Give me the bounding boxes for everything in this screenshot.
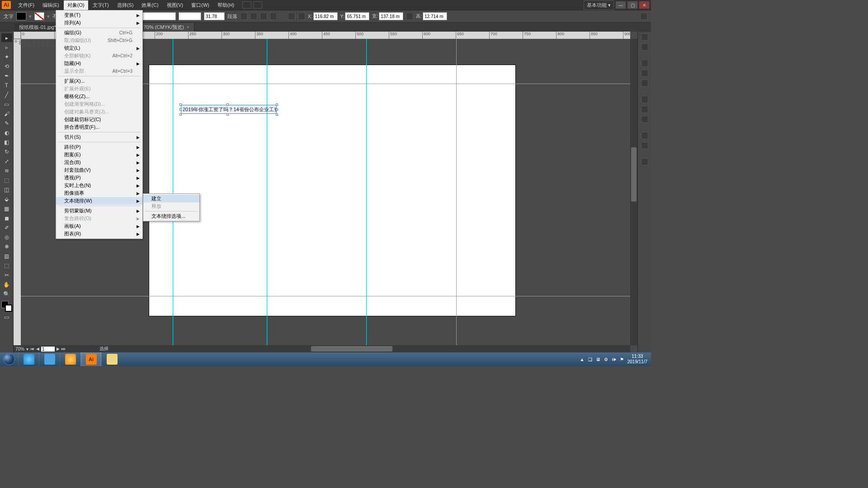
selection-handle[interactable] bbox=[276, 113, 278, 116]
guide-line[interactable] bbox=[366, 39, 367, 352]
eraser-tool[interactable]: ◧ bbox=[1, 138, 12, 146]
tray-icon[interactable]: 🕪 bbox=[612, 357, 616, 362]
zoom-tool[interactable]: 🔍 bbox=[1, 290, 12, 298]
menu-效果[interactable]: 效果(C) bbox=[138, 0, 162, 10]
menu-窗口[interactable]: 窗口(W) bbox=[188, 0, 213, 10]
prev-artboard-icon[interactable]: ◀ bbox=[36, 346, 39, 352]
menu-视图[interactable]: 视图(V) bbox=[163, 0, 187, 10]
tray-icon[interactable]: 🖥 bbox=[596, 357, 600, 362]
pencil-tool[interactable]: ✎ bbox=[1, 119, 12, 127]
layers-panel-icon[interactable] bbox=[641, 158, 648, 165]
rectangle-tool[interactable]: ▭ bbox=[1, 100, 12, 108]
scale-tool[interactable]: ⤢ bbox=[1, 157, 12, 165]
menu-item[interactable]: 锁定(L)▶ bbox=[56, 44, 142, 52]
align-right-icon[interactable] bbox=[260, 13, 267, 20]
guide-line[interactable] bbox=[456, 39, 457, 352]
vertical-ruler[interactable]: 050100150200250300350400450500 bbox=[14, 39, 21, 345]
vertical-scrollbar[interactable] bbox=[630, 39, 637, 345]
menu-item[interactable]: 封套扭曲(V)▶ bbox=[56, 166, 142, 174]
y-input[interactable] bbox=[345, 12, 369, 20]
pen-tool[interactable]: ✒ bbox=[1, 71, 12, 80]
screen-mode-icon[interactable]: ▭ bbox=[1, 313, 12, 321]
menu-文字[interactable]: 文字(T) bbox=[89, 0, 113, 10]
taskbar-app[interactable] bbox=[60, 352, 80, 366]
panel-toggle-icon[interactable] bbox=[640, 13, 647, 20]
menu-item[interactable]: 编组(G)Ctrl+G bbox=[56, 29, 142, 37]
taskbar-explorer[interactable] bbox=[101, 352, 122, 366]
submenu-item[interactable]: 文本绕排选项... bbox=[143, 212, 199, 220]
align-center-icon[interactable] bbox=[250, 13, 257, 20]
rotate-tool[interactable]: ↻ bbox=[1, 147, 12, 156]
menu-item[interactable]: 创建裁切标记(C) bbox=[56, 116, 142, 123]
mesh-tool[interactable]: ▦ bbox=[1, 204, 12, 213]
align-left-icon[interactable] bbox=[240, 13, 247, 20]
free-transform-tool[interactable]: ⬚ bbox=[1, 176, 12, 184]
stroke-swatch[interactable] bbox=[34, 12, 44, 20]
menu-文件[interactable]: 文件(F) bbox=[14, 0, 38, 10]
x-input[interactable] bbox=[313, 12, 338, 20]
fill-stroke-control[interactable] bbox=[1, 301, 12, 312]
menu-选择[interactable]: 选择(S) bbox=[113, 0, 137, 10]
menu-item[interactable]: 文本绕排(W)▶ bbox=[56, 197, 142, 205]
artboard-number-input[interactable] bbox=[41, 347, 55, 352]
tray-icon[interactable]: ⚑ bbox=[620, 357, 624, 362]
h-input[interactable] bbox=[423, 12, 447, 20]
selection-tool[interactable]: ▸ bbox=[1, 33, 12, 42]
selection-handle[interactable] bbox=[276, 103, 278, 106]
slice-tool[interactable]: ✂ bbox=[1, 271, 12, 279]
line-tool[interactable]: ╱ bbox=[1, 90, 12, 99]
appearance-panel-icon[interactable] bbox=[641, 132, 648, 139]
guide-line[interactable] bbox=[21, 296, 637, 296]
transform-panel-icon[interactable] bbox=[298, 13, 305, 20]
selection-handle[interactable] bbox=[179, 103, 182, 106]
submenu-item[interactable]: 建立 bbox=[143, 195, 199, 202]
font-size-input[interactable] bbox=[204, 12, 225, 20]
workspace-switcher[interactable]: 基本功能 ▾ bbox=[584, 0, 614, 10]
menu-item[interactable]: 剪切蒙版(M)▶ bbox=[56, 207, 142, 215]
artboard-tool[interactable]: ⬚ bbox=[1, 261, 12, 270]
system-tray[interactable]: ▲ ❏ 🖥 ⚙ 🕪 ⚑ 11:33 2019/11/7 bbox=[580, 354, 651, 365]
graph-tool[interactable]: ▥ bbox=[1, 252, 12, 260]
horizontal-scrollbar[interactable] bbox=[50, 345, 630, 352]
menu-item[interactable]: 栅格化(Z)... bbox=[56, 93, 142, 100]
magic-wand-tool[interactable]: ✦ bbox=[1, 52, 12, 61]
brushes-panel-icon[interactable] bbox=[641, 70, 648, 77]
minimize-button[interactable]: — bbox=[616, 1, 626, 9]
width-tool[interactable]: ≋ bbox=[1, 166, 12, 175]
menu-item[interactable]: 图案(E)▶ bbox=[56, 151, 142, 159]
menu-item[interactable]: 画板(A)▶ bbox=[56, 222, 142, 230]
transform-icon[interactable] bbox=[288, 13, 295, 20]
menu-编辑[interactable]: 编辑(E) bbox=[39, 0, 63, 10]
direct-selection-tool[interactable]: ▹ bbox=[1, 43, 12, 52]
menu-item[interactable]: 图表(R)▶ bbox=[56, 230, 142, 238]
taskbar-illustrator[interactable]: Ai bbox=[80, 352, 101, 366]
last-artboard-icon[interactable]: ⏭ bbox=[61, 346, 66, 352]
gradient-tool[interactable]: ◼ bbox=[1, 214, 12, 222]
menu-item[interactable]: 图像描摹▶ bbox=[56, 189, 142, 197]
hand-tool[interactable]: ✋ bbox=[1, 280, 12, 289]
perspective-tool[interactable]: ⬙ bbox=[1, 195, 12, 203]
stroke-panel-icon[interactable] bbox=[641, 96, 648, 103]
shape-builder-tool[interactable]: ◫ bbox=[1, 185, 12, 194]
symbols-panel-icon[interactable] bbox=[641, 80, 648, 87]
close-button[interactable]: ✕ bbox=[639, 1, 649, 9]
color-panel-icon[interactable] bbox=[641, 33, 648, 41]
menu-item[interactable]: 变换(T)▶ bbox=[56, 11, 142, 19]
menu-item[interactable]: 透视(P)▶ bbox=[56, 174, 142, 182]
selection-handle[interactable] bbox=[226, 103, 229, 106]
fill-swatch[interactable] bbox=[16, 12, 26, 20]
paintbrush-tool[interactable]: 🖌 bbox=[1, 109, 12, 118]
w-input[interactable] bbox=[379, 12, 403, 20]
menu-item[interactable]: 排列(A)▶ bbox=[56, 19, 142, 27]
menu-帮助[interactable]: 帮助(H) bbox=[214, 0, 238, 10]
type-tool[interactable]: T bbox=[1, 81, 12, 89]
selection-handle[interactable] bbox=[226, 113, 229, 116]
link-wh-icon[interactable] bbox=[406, 13, 413, 20]
menu-item[interactable]: 切片(S)▶ bbox=[56, 133, 142, 141]
graphic-styles-panel-icon[interactable] bbox=[641, 142, 648, 149]
menu-item[interactable]: 扩展(X)... bbox=[56, 77, 142, 85]
taskbar-app[interactable] bbox=[18, 352, 39, 366]
tray-icon[interactable]: ▲ bbox=[580, 357, 585, 362]
arrange-docs-icon[interactable] bbox=[253, 1, 262, 9]
tray-icon[interactable]: ⚙ bbox=[604, 357, 608, 362]
